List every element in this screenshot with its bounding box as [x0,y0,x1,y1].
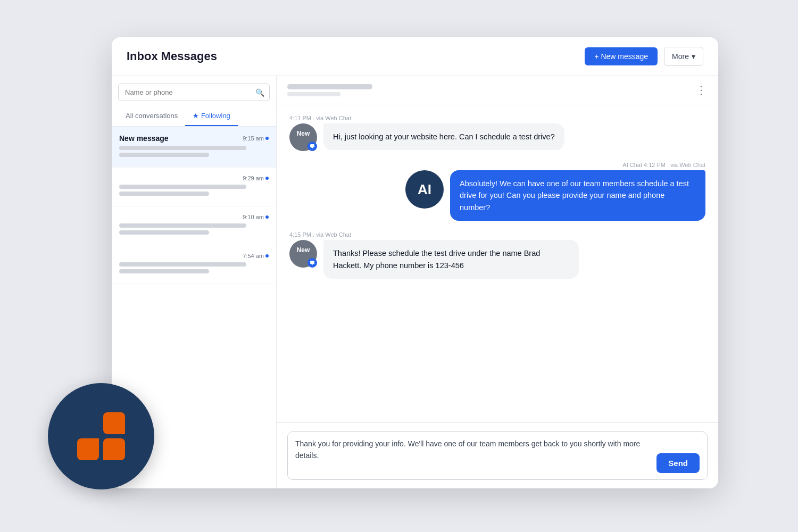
unread-dot [265,215,269,219]
tab-all-conversations[interactable]: All conversations [118,106,185,126]
svg-rect-2 [310,261,314,264]
message-row: Absolutely! We can have one of our team … [289,170,705,221]
list-item[interactable]: 9:10 am [112,206,276,245]
chat-input-area: Send [277,422,718,488]
search-bar: 🔍 [112,76,276,106]
unread-dot [265,254,269,257]
list-item[interactable]: 7:54 am [112,245,276,284]
chat-icon [310,144,315,149]
app-title: Inbox Messages [127,49,217,63]
app-card: Inbox Messages + New message More ▾ 🔍 [112,37,718,484]
message-timestamp: 4:15 PM . via Web Chat [289,231,705,238]
page-wrapper: Inbox Messages + New message More ▾ 🔍 [0,0,798,532]
logo-block-empty-tl [77,412,99,434]
sidebar-tabs: All conversations ★ Following [112,106,276,127]
chat-area: ⋮ 4:11 PM . via Web Chat New [277,76,718,488]
conv-time: 9:29 am [243,175,269,181]
conv-preview-line [119,185,246,189]
conv-preview-line [119,262,246,267]
svg-marker-3 [311,264,313,265]
new-message-button[interactable]: + New message [585,47,658,65]
chat-icon [310,260,315,265]
message-timestamp: 4:11 PM . via Web Chat [289,115,705,121]
conv-preview-line [119,153,209,157]
chat-header-info [287,84,372,96]
message-bubble: Absolutely! We can have one of our team … [450,170,705,221]
conv-time: 9:15 am [243,135,269,142]
message-group: AI Chat 4:12 PM . via Web Chat Absolutel… [289,162,705,221]
logo-block-bottom-left [77,438,99,460]
search-input[interactable] [118,84,270,101]
avatar-label: New [297,246,310,254]
conv-item-header: 9:29 am [119,175,269,181]
avatar: New [289,123,317,151]
message-group: 4:11 PM . via Web Chat New [289,115,705,151]
message-timestamp: AI Chat 4:12 PM . via Web Chat [289,162,705,168]
unread-dot [265,137,269,140]
conv-preview-line [119,223,246,228]
chat-contact-sub-placeholder [287,92,340,96]
app-header: Inbox Messages + New message More ▾ [112,37,718,76]
message-row: New Hi, just looking at your website her… [289,123,705,151]
ai-avatar-label: AI [418,181,431,198]
chat-options-button[interactable]: ⋮ [696,84,708,96]
more-button[interactable]: More ▾ [664,47,703,66]
app-body: 🔍 All conversations ★ Following [112,76,718,488]
search-icon: 🔍 [255,88,264,97]
list-item[interactable]: New message 9:15 am [112,127,276,168]
conv-item-header: 7:54 am [119,253,269,259]
more-label: More [672,52,689,61]
svg-rect-0 [310,144,314,147]
chat-header: ⋮ [277,76,718,104]
unread-dot [265,177,269,180]
avatar: New [289,240,317,268]
chat-contact-name-placeholder [287,84,372,89]
ai-avatar: AI [405,170,444,209]
chat-input-box: Send [287,431,708,480]
message-row: New Thanks! Please schedule the test dri… [289,240,705,279]
conv-preview-line [119,146,246,150]
logo-block-top-right [103,412,125,434]
conv-preview-line [119,192,209,196]
list-item[interactable]: 9:29 am [112,168,276,206]
search-input-wrapper: 🔍 [118,84,270,101]
conv-preview-line [119,230,209,235]
message-bubble: Hi, just looking at your website here. C… [323,123,564,150]
conv-name: New message [119,134,169,143]
message-group: 4:15 PM . via Web Chat New [289,231,705,279]
conv-item-header: 9:10 am [119,214,269,220]
conv-preview-line [119,269,209,273]
chat-messages: 4:11 PM . via Web Chat New [277,104,718,422]
logo-grid [77,412,125,460]
conv-time: 9:10 am [243,214,269,220]
chat-input[interactable] [295,438,650,473]
header-actions: + New message More ▾ [585,47,703,66]
tab-following[interactable]: ★ Following [185,106,238,126]
avatar-badge [307,142,317,151]
logo-circle [48,383,154,489]
avatar-label: New [297,130,310,137]
send-button[interactable]: Send [656,453,700,473]
message-bubble: Thanks! Please schedule the test drive u… [323,240,579,279]
logo-block-bottom-right [103,438,125,460]
svg-marker-1 [311,147,313,148]
avatar-badge [307,258,317,268]
conv-item-header: New message 9:15 am [119,134,269,143]
conv-time: 7:54 am [243,253,269,259]
more-chevron-icon: ▾ [692,52,695,61]
